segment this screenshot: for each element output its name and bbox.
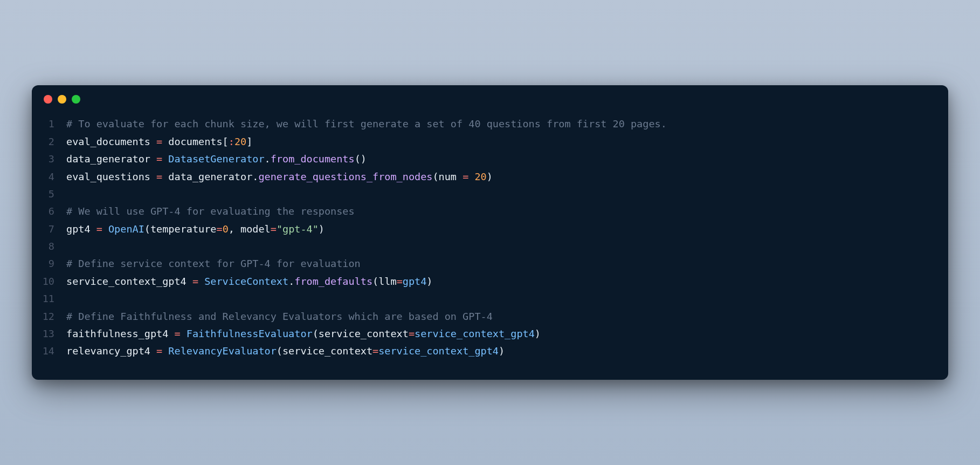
line-number: 4 (32, 168, 66, 186)
token-punct: ) (499, 345, 505, 357)
minimize-icon[interactable] (58, 95, 66, 104)
token-comment: # To evaluate for each chunk size, we wi… (66, 118, 667, 129)
window-titlebar (32, 85, 948, 109)
line-number: 8 (32, 238, 66, 255)
zoom-icon[interactable] (72, 95, 80, 104)
token-class: OpenAI (108, 223, 144, 235)
code-line-content[interactable]: data_generator = DatasetGenerator.from_d… (66, 151, 933, 168)
token-punct: ( (313, 328, 319, 339)
code-line: 5 (32, 186, 933, 203)
token-punct: ) (535, 328, 541, 339)
token-punct: . (265, 153, 271, 165)
token-class: FaithfulnessEvaluator (187, 328, 313, 339)
close-icon[interactable] (44, 95, 52, 104)
token-class: RelevancyEvaluator (168, 345, 276, 357)
token-param: temperature (150, 223, 217, 235)
code-line: 12# Define Faithfulness and Relevancy Ev… (32, 308, 933, 325)
code-line-content[interactable]: # Define Faithfulness and Relevancy Eval… (66, 308, 933, 325)
code-editor[interactable]: 1# To evaluate for each chunk size, we w… (32, 109, 948, 366)
line-number: 3 (32, 151, 66, 168)
token-kwarg: gpt4 (403, 276, 427, 287)
token-op: = (372, 345, 378, 357)
line-number: 9 (32, 255, 66, 272)
token-param: service_context (319, 328, 409, 339)
token-op: = (156, 136, 162, 147)
line-number: 1 (32, 115, 66, 133)
code-line: 10service_context_gpt4 = ServiceContext.… (32, 273, 933, 290)
token-kwarg: service_context_gpt4 (378, 345, 499, 357)
line-number: 12 (32, 308, 66, 325)
code-line-content[interactable]: gpt4 = OpenAI(temperature=0, model="gpt-… (66, 221, 933, 238)
token-op: = (156, 171, 162, 182)
code-line: 7gpt4 = OpenAI(temperature=0, model="gpt… (32, 221, 933, 238)
token-punct: ( (432, 171, 438, 182)
code-line: 9# Define service context for GPT-4 for … (32, 255, 933, 272)
token-ident (102, 223, 108, 235)
code-line-content[interactable]: eval_questions = data_generator.generate… (66, 168, 933, 186)
token-ident (468, 171, 474, 182)
line-number: 10 (32, 273, 66, 290)
line-number: 11 (32, 290, 66, 307)
token-op: = (397, 276, 403, 287)
code-line: 11 (32, 290, 933, 307)
token-punct: . (288, 276, 294, 287)
token-punct: ) (487, 171, 493, 182)
token-num: 0 (223, 223, 229, 235)
token-ident (162, 153, 168, 165)
token-punct: , (229, 223, 240, 235)
token-ident (181, 328, 187, 339)
token-ident: data_generator (66, 153, 156, 165)
token-op: = (96, 223, 102, 235)
token-func: from_documents (271, 153, 355, 165)
line-number: 13 (32, 325, 66, 343)
line-number: 5 (32, 186, 66, 203)
token-ident (198, 276, 204, 287)
token-ident (162, 345, 168, 357)
code-line-content[interactable]: # Define service context for GPT-4 for e… (66, 255, 933, 272)
token-punct: ( (277, 345, 282, 357)
token-punct: ) (426, 276, 432, 287)
token-ident: eval_questions (66, 171, 156, 182)
code-line-content[interactable]: faithfulness_gpt4 = FaithfulnessEvaluato… (66, 325, 933, 343)
token-str: "gpt-4" (277, 223, 319, 235)
token-ident: documents[ (162, 136, 229, 147)
token-ident: service_context_gpt4 (66, 276, 192, 287)
token-ident: ] (246, 136, 252, 147)
token-op: = (192, 276, 198, 287)
code-line-content[interactable]: eval_documents = documents[:20] (66, 133, 933, 151)
token-ident: eval_documents (66, 136, 156, 147)
token-op: = (409, 328, 415, 339)
token-param: service_context (282, 345, 372, 357)
code-line: 2eval_documents = documents[:20] (32, 133, 933, 151)
code-line-content[interactable]: service_context_gpt4 = ServiceContext.fr… (66, 273, 933, 290)
token-param: llm (378, 276, 396, 287)
token-comment: # We will use GPT-4 for evaluating the r… (66, 206, 355, 217)
token-op: = (156, 153, 162, 165)
token-ident: gpt4 (66, 223, 96, 235)
code-line: 8 (32, 238, 933, 255)
token-ident: faithfulness_gpt4 (66, 328, 174, 339)
token-punct: ( (144, 223, 150, 235)
line-number: 14 (32, 343, 66, 360)
code-line-content[interactable]: # To evaluate for each chunk size, we wi… (66, 115, 933, 133)
code-line: 4eval_questions = data_generator.generat… (32, 168, 933, 186)
code-line-content[interactable]: # We will use GPT-4 for evaluating the r… (66, 203, 933, 220)
token-punct: ( (372, 276, 378, 287)
token-func: from_defaults (294, 276, 372, 287)
token-comment: # Define Faithfulness and Relevancy Eval… (66, 311, 493, 322)
line-number: 2 (32, 133, 66, 151)
token-kwarg: service_context_gpt4 (415, 328, 535, 339)
token-op: = (271, 223, 277, 235)
code-window: 1# To evaluate for each chunk size, we w… (32, 85, 948, 379)
token-class: DatasetGenerator (168, 153, 264, 165)
code-line-content[interactable]: relevancy_gpt4 = RelevancyEvaluator(serv… (66, 343, 933, 360)
token-param: model (240, 223, 271, 235)
token-punct: () (355, 153, 367, 165)
token-func: generate_questions_from_nodes (258, 171, 432, 182)
token-op: = (174, 328, 180, 339)
line-number: 6 (32, 203, 66, 220)
code-line: 1# To evaluate for each chunk size, we w… (32, 115, 933, 133)
token-ident: relevancy_gpt4 (66, 345, 156, 357)
token-punct: ) (319, 223, 325, 235)
token-ident: data_generator (162, 171, 252, 182)
